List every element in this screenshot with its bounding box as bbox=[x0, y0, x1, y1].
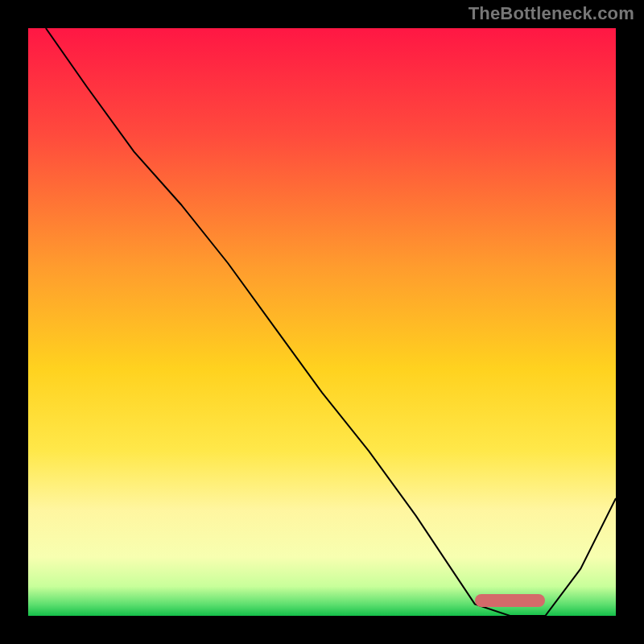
plot-area bbox=[28, 28, 616, 616]
attribution-text: TheBottleneck.com bbox=[469, 3, 634, 24]
chart-container: TheBottleneck.com bbox=[0, 0, 644, 644]
bottleneck-curve bbox=[46, 28, 616, 616]
curve-layer bbox=[28, 28, 616, 616]
optimal-zone-marker bbox=[475, 594, 546, 607]
